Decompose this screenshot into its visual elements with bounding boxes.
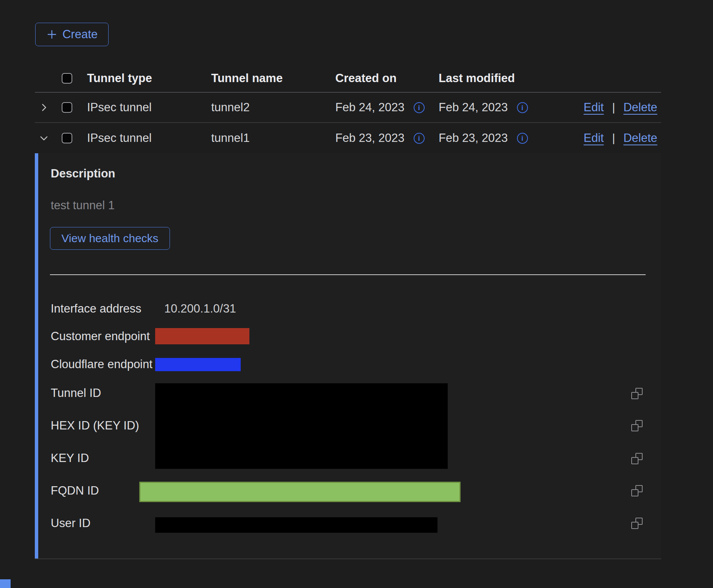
last-modified-cell: Feb 24, 2023 — [439, 101, 508, 114]
plus-icon — [46, 29, 58, 40]
created-on-cell: Feb 23, 2023 — [335, 131, 405, 145]
info-icon[interactable]: i — [414, 133, 425, 144]
section-divider — [50, 274, 646, 275]
expand-row-button[interactable] — [39, 102, 49, 113]
tunnel-details-panel: Description test tunnel 1 View health ch… — [35, 153, 661, 559]
copy-hex-id-button[interactable] — [631, 420, 643, 431]
delete-link[interactable]: Delete — [623, 131, 657, 145]
last-modified-cell: Feb 23, 2023 — [439, 131, 508, 145]
info-icon[interactable]: i — [414, 102, 425, 113]
tunnel-name-cell: tunnel1 — [211, 131, 250, 145]
tunnel-type-cell: IPsec tunnel — [87, 101, 152, 114]
interface-address-label: Interface address — [51, 302, 142, 316]
customer-endpoint-redacted-value — [155, 328, 249, 344]
tunnel-id-label: Tunnel ID — [51, 386, 101, 400]
create-button-label: Create — [62, 28, 98, 41]
column-header-tunnel-type: Tunnel type — [87, 72, 152, 85]
action-separator: | — [612, 101, 615, 114]
select-all-checkbox[interactable] — [62, 73, 72, 84]
info-icon-glyph: i — [418, 104, 420, 111]
tunnel-hex-key-id-redacted-value — [155, 383, 448, 469]
created-on-cell: Feb 24, 2023 — [335, 101, 405, 114]
copy-icon — [631, 518, 643, 529]
table-header-row: Tunnel type Tunnel name Created on Last … — [35, 64, 661, 93]
edit-link[interactable]: Edit — [584, 131, 604, 145]
info-icon-glyph: i — [522, 104, 523, 111]
column-header-last-modified: Last modified — [439, 72, 515, 85]
info-icon[interactable]: i — [517, 102, 528, 113]
expanded-row-accent-bar — [35, 153, 38, 558]
copy-fqdn-id-button[interactable] — [631, 485, 643, 496]
fqdn-id-redacted-value — [139, 482, 461, 502]
copy-icon — [631, 453, 643, 464]
tunnels-table: Tunnel type Tunnel name Created on Last … — [35, 64, 661, 153]
hex-id-label: HEX ID (KEY ID) — [51, 419, 139, 432]
fqdn-id-label: FQDN ID — [51, 484, 99, 498]
copy-icon — [631, 420, 643, 431]
edit-link[interactable]: Edit — [584, 101, 604, 114]
action-separator: | — [612, 132, 615, 145]
column-header-created-on: Created on — [335, 72, 397, 85]
collapse-row-button[interactable] — [39, 133, 49, 143]
row-checkbox[interactable] — [62, 102, 72, 113]
info-icon-glyph: i — [522, 135, 523, 142]
copy-icon — [631, 485, 643, 496]
create-button[interactable]: Create — [35, 23, 109, 46]
description-label: Description — [51, 167, 115, 180]
copy-key-id-button[interactable] — [631, 453, 643, 464]
column-header-tunnel-name: Tunnel name — [211, 72, 283, 85]
tunnel-type-cell: IPsec tunnel — [87, 131, 152, 145]
description-value: test tunnel 1 — [51, 199, 115, 212]
chevron-right-icon — [39, 102, 49, 113]
row-checkbox[interactable] — [62, 133, 72, 143]
info-icon[interactable]: i — [517, 133, 528, 144]
copy-tunnel-id-button[interactable] — [631, 388, 643, 399]
table-row-tunnel2: IPsec tunnel tunnel2 Feb 24, 2023 i Feb … — [35, 93, 661, 123]
cloudflare-endpoint-redacted-value — [155, 358, 241, 371]
user-id-label: User ID — [51, 516, 90, 530]
interface-address-value: 10.200.1.0/31 — [164, 302, 236, 316]
ipsec-tunnels-page: Create Tunnel type Tunnel name Created o… — [0, 0, 713, 588]
copy-icon — [631, 388, 643, 399]
clipped-blue-element — [0, 579, 11, 588]
delete-link[interactable]: Delete — [623, 101, 657, 114]
tunnel-name-cell: tunnel2 — [211, 101, 250, 114]
info-icon-glyph: i — [418, 135, 420, 142]
customer-endpoint-label: Customer endpoint — [51, 330, 150, 343]
table-row-tunnel1: IPsec tunnel tunnel1 Feb 23, 2023 i Feb … — [35, 123, 661, 153]
chevron-down-icon — [39, 133, 49, 143]
copy-user-id-button[interactable] — [631, 518, 643, 529]
user-id-redacted-value — [155, 517, 437, 533]
cloudflare-endpoint-label: Cloudflare endpoint — [51, 358, 153, 371]
view-health-checks-button[interactable]: View health checks — [50, 227, 170, 250]
key-id-label: KEY ID — [51, 451, 89, 465]
